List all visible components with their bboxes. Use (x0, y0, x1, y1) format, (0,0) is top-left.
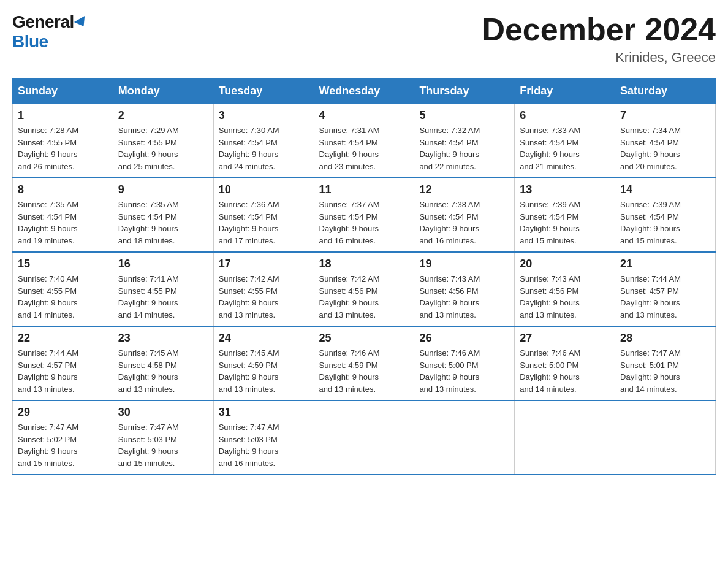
calendar-day: 4 Sunrise: 7:31 AM Sunset: 4:54 PM Dayli… (314, 104, 414, 178)
calendar-day: 24 Sunrise: 7:45 AM Sunset: 4:59 PM Dayl… (213, 326, 314, 400)
day-number: 16 (118, 258, 208, 270)
day-info: Sunrise: 7:44 AM Sunset: 4:57 PM Dayligh… (620, 273, 710, 321)
calendar-day: 22 Sunrise: 7:44 AM Sunset: 4:57 PM Dayl… (13, 326, 113, 400)
day-number: 2 (118, 109, 208, 122)
day-info: Sunrise: 7:28 AM Sunset: 4:55 PM Dayligh… (18, 124, 108, 172)
calendar-week-5: 29 Sunrise: 7:47 AM Sunset: 5:02 PM Dayl… (13, 400, 716, 475)
day-info: Sunrise: 7:46 AM Sunset: 5:00 PM Dayligh… (419, 347, 509, 395)
day-number: 17 (219, 258, 309, 270)
calendar-week-4: 22 Sunrise: 7:44 AM Sunset: 4:57 PM Dayl… (13, 326, 716, 400)
day-info: Sunrise: 7:32 AM Sunset: 4:54 PM Dayligh… (419, 124, 509, 172)
calendar-day: 20 Sunrise: 7:43 AM Sunset: 4:56 PM Dayl… (515, 252, 615, 326)
day-info: Sunrise: 7:47 AM Sunset: 5:03 PM Dayligh… (118, 421, 208, 469)
day-info: Sunrise: 7:46 AM Sunset: 4:59 PM Dayligh… (319, 347, 409, 395)
day-info: Sunrise: 7:44 AM Sunset: 4:57 PM Dayligh… (18, 347, 108, 395)
title-block: December 2024 Krinides, Greece (482, 12, 716, 66)
calendar-day: 12 Sunrise: 7:38 AM Sunset: 4:54 PM Dayl… (414, 178, 515, 252)
day-number: 22 (18, 332, 108, 345)
day-info: Sunrise: 7:47 AM Sunset: 5:03 PM Dayligh… (219, 421, 309, 469)
day-number: 14 (620, 183, 710, 196)
calendar-day: 14 Sunrise: 7:39 AM Sunset: 4:54 PM Dayl… (615, 178, 716, 252)
calendar-day (414, 400, 515, 475)
day-info: Sunrise: 7:43 AM Sunset: 4:56 PM Dayligh… (419, 273, 509, 321)
day-number: 13 (520, 183, 610, 196)
col-saturday: Saturday (615, 79, 716, 104)
calendar-day: 8 Sunrise: 7:35 AM Sunset: 4:54 PM Dayli… (13, 178, 113, 252)
logo: General Blue (12, 12, 88, 52)
day-number: 25 (319, 332, 409, 345)
calendar-day: 7 Sunrise: 7:34 AM Sunset: 4:54 PM Dayli… (615, 104, 716, 178)
day-number: 9 (118, 183, 208, 196)
calendar-day: 30 Sunrise: 7:47 AM Sunset: 5:03 PM Dayl… (113, 400, 213, 475)
calendar-day: 2 Sunrise: 7:29 AM Sunset: 4:55 PM Dayli… (113, 104, 213, 178)
day-number: 27 (520, 332, 610, 345)
col-friday: Friday (515, 79, 615, 104)
calendar-day: 11 Sunrise: 7:37 AM Sunset: 4:54 PM Dayl… (314, 178, 414, 252)
day-number: 19 (419, 258, 509, 270)
day-info: Sunrise: 7:37 AM Sunset: 4:54 PM Dayligh… (319, 199, 409, 247)
col-wednesday: Wednesday (314, 79, 414, 104)
calendar-day: 5 Sunrise: 7:32 AM Sunset: 4:54 PM Dayli… (414, 104, 515, 178)
calendar-subtitle: Krinides, Greece (482, 50, 716, 66)
calendar-header: Sunday Monday Tuesday Wednesday Thursday… (13, 79, 716, 104)
day-number: 26 (419, 332, 509, 345)
day-number: 10 (219, 183, 309, 196)
calendar-day: 25 Sunrise: 7:46 AM Sunset: 4:59 PM Dayl… (314, 326, 414, 400)
logo-general-text: General (12, 12, 74, 31)
day-info: Sunrise: 7:46 AM Sunset: 5:00 PM Dayligh… (520, 347, 610, 395)
calendar-day: 15 Sunrise: 7:40 AM Sunset: 4:55 PM Dayl… (13, 252, 113, 326)
calendar-day: 3 Sunrise: 7:30 AM Sunset: 4:54 PM Dayli… (213, 104, 314, 178)
calendar-day: 10 Sunrise: 7:36 AM Sunset: 4:54 PM Dayl… (213, 178, 314, 252)
col-tuesday: Tuesday (213, 79, 314, 104)
day-info: Sunrise: 7:34 AM Sunset: 4:54 PM Dayligh… (620, 124, 710, 172)
day-number: 30 (118, 406, 208, 419)
calendar-week-3: 15 Sunrise: 7:40 AM Sunset: 4:55 PM Dayl… (13, 252, 716, 326)
col-thursday: Thursday (414, 79, 515, 104)
calendar-week-2: 8 Sunrise: 7:35 AM Sunset: 4:54 PM Dayli… (13, 178, 716, 252)
day-info: Sunrise: 7:42 AM Sunset: 4:55 PM Dayligh… (219, 273, 309, 321)
calendar-body: 1 Sunrise: 7:28 AM Sunset: 4:55 PM Dayli… (13, 104, 716, 475)
calendar-day: 28 Sunrise: 7:47 AM Sunset: 5:01 PM Dayl… (615, 326, 716, 400)
day-info: Sunrise: 7:29 AM Sunset: 4:55 PM Dayligh… (118, 124, 208, 172)
calendar-day: 23 Sunrise: 7:45 AM Sunset: 4:58 PM Dayl… (113, 326, 213, 400)
calendar-day: 29 Sunrise: 7:47 AM Sunset: 5:02 PM Dayl… (13, 400, 113, 475)
logo-arrow-icon (74, 16, 89, 29)
calendar-day: 17 Sunrise: 7:42 AM Sunset: 4:55 PM Dayl… (213, 252, 314, 326)
day-number: 3 (219, 109, 309, 122)
day-info: Sunrise: 7:36 AM Sunset: 4:54 PM Dayligh… (219, 199, 309, 247)
calendar-day (515, 400, 615, 475)
calendar-title: December 2024 (482, 12, 716, 47)
calendar-day: 21 Sunrise: 7:44 AM Sunset: 4:57 PM Dayl… (615, 252, 716, 326)
calendar-day: 6 Sunrise: 7:33 AM Sunset: 4:54 PM Dayli… (515, 104, 615, 178)
day-info: Sunrise: 7:45 AM Sunset: 4:59 PM Dayligh… (219, 347, 309, 395)
day-number: 29 (18, 406, 108, 419)
day-info: Sunrise: 7:33 AM Sunset: 4:54 PM Dayligh… (520, 124, 610, 172)
day-info: Sunrise: 7:42 AM Sunset: 4:56 PM Dayligh… (319, 273, 409, 321)
day-info: Sunrise: 7:39 AM Sunset: 4:54 PM Dayligh… (620, 199, 710, 247)
day-number: 5 (419, 109, 509, 122)
day-info: Sunrise: 7:47 AM Sunset: 5:01 PM Dayligh… (620, 347, 710, 395)
calendar-day: 1 Sunrise: 7:28 AM Sunset: 4:55 PM Dayli… (13, 104, 113, 178)
day-number: 18 (319, 258, 409, 270)
day-info: Sunrise: 7:41 AM Sunset: 4:55 PM Dayligh… (118, 273, 208, 321)
col-monday: Monday (113, 79, 213, 104)
day-info: Sunrise: 7:35 AM Sunset: 4:54 PM Dayligh… (118, 199, 208, 247)
calendar-day: 31 Sunrise: 7:47 AM Sunset: 5:03 PM Dayl… (213, 400, 314, 475)
calendar-table: Sunday Monday Tuesday Wednesday Thursday… (12, 78, 716, 475)
day-number: 4 (319, 109, 409, 122)
day-info: Sunrise: 7:45 AM Sunset: 4:58 PM Dayligh… (118, 347, 208, 395)
logo-line1: General (12, 12, 88, 32)
calendar-day: 27 Sunrise: 7:46 AM Sunset: 5:00 PM Dayl… (515, 326, 615, 400)
calendar-day: 26 Sunrise: 7:46 AM Sunset: 5:00 PM Dayl… (414, 326, 515, 400)
logo-blue-text: Blue (12, 32, 48, 51)
day-number: 21 (620, 258, 710, 270)
day-number: 31 (219, 406, 309, 419)
calendar-day (615, 400, 716, 475)
day-info: Sunrise: 7:35 AM Sunset: 4:54 PM Dayligh… (18, 199, 108, 247)
calendar-day: 9 Sunrise: 7:35 AM Sunset: 4:54 PM Dayli… (113, 178, 213, 252)
day-number: 8 (18, 183, 108, 196)
day-number: 11 (319, 183, 409, 196)
day-info: Sunrise: 7:47 AM Sunset: 5:02 PM Dayligh… (18, 421, 108, 469)
day-number: 28 (620, 332, 710, 345)
day-info: Sunrise: 7:39 AM Sunset: 4:54 PM Dayligh… (520, 199, 610, 247)
